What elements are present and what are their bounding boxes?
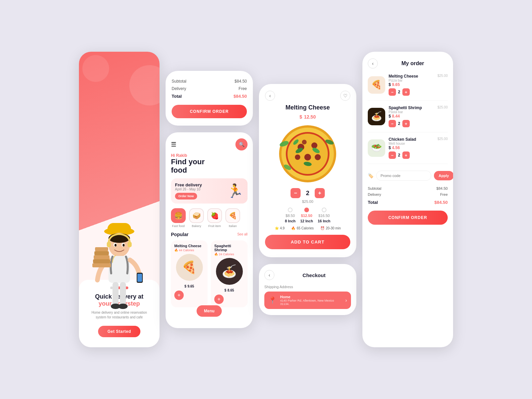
product-header: ‹ ♡ — [265, 91, 350, 101]
order-name-1: Melting Cheese — [389, 74, 434, 79]
cat-fruit-label: Fruit item — [208, 224, 221, 228]
subtotal-row: Subtotal $84.50 — [172, 78, 247, 85]
food-img-1: 🍕 — [176, 254, 203, 281]
product-detail-screen: ‹ ♡ Melting Cheese $ 12.50 — [259, 84, 356, 257]
checkout-screen: ‹ Checkout Shipping Address 📍 Home 4140 … — [259, 264, 356, 315]
decrease-2-button[interactable]: − — [389, 120, 396, 127]
favorite-button[interactable]: ♡ — [340, 91, 350, 101]
deco-circle-2 — [82, 55, 109, 82]
search-button[interactable]: 🔍 — [235, 138, 248, 150]
popular-header: Popular See all — [171, 232, 248, 237]
add-food-2-button[interactable]: + — [214, 295, 224, 304]
cat-italian[interactable]: 🍕 Italian — [225, 208, 240, 228]
checkout-back-button[interactable]: ‹ — [264, 270, 274, 280]
cat-fastfood-label: Fast food — [172, 224, 185, 228]
size-radio-8 — [288, 208, 293, 212]
product-price: $ 12.50 — [265, 113, 350, 120]
food-cards-row: Melting Cheese 🔥 44 Calories 🍕 $ 9.65 + … — [171, 240, 248, 307]
product-title: Melting Cheese — [265, 104, 350, 111]
total-row: Total $84.50 — [172, 92, 247, 100]
quantity-total: $25.00 — [265, 200, 350, 204]
summary-total: Total $84.50 — [368, 199, 448, 206]
order-name-3: Chicken Salad — [389, 137, 434, 142]
promo-icon: 🏷️ — [368, 173, 373, 178]
increase-2-button[interactable]: + — [402, 120, 410, 127]
menu-float-button[interactable]: Menu — [196, 305, 222, 317]
qty-val-2: 2 — [398, 121, 400, 126]
categories-row: 🍔 Fast food 🥪 Bakery 🍓 Fruit item 🍕 Ital… — [171, 208, 248, 228]
map-pin-icon: 📍 — [268, 296, 277, 304]
order-img-2: 🍝 — [368, 108, 385, 125]
popular-label: Popular — [171, 232, 188, 237]
confirm-order-button-main[interactable]: CONFIRM ORDER — [368, 211, 448, 225]
orig-price-3: $25.00 — [437, 137, 448, 141]
quantity-row: − 2 + — [265, 188, 350, 198]
food-price-2: $ 8.65 — [214, 287, 244, 293]
order-qty-control-2: − 2 + — [389, 120, 434, 127]
my-order-screen: ‹ My order 🍕 Melting Cheese Pizza bar $ … — [362, 52, 453, 347]
order-cat-1: Pizza bar — [389, 79, 434, 82]
confirm-order-button-top[interactable]: CONFIRM ORDER — [172, 105, 247, 118]
svg-point-27 — [311, 142, 317, 148]
apply-promo-button[interactable]: Apply — [434, 171, 453, 180]
order-info-2: Spaghetti Shrimp Pasta bar $ 8.44 − 2 + — [389, 105, 434, 127]
increase-1-button[interactable]: + — [402, 88, 410, 96]
promo-code-row: 🏷️ Apply — [368, 171, 448, 181]
deco-circle-1 — [129, 65, 160, 105]
size-12inch[interactable]: $12.50 12 Inch — [300, 208, 313, 223]
svg-rect-12 — [137, 274, 142, 282]
promo-code-input[interactable] — [376, 171, 431, 181]
size-radio-16 — [322, 208, 326, 212]
svg-rect-8 — [107, 242, 111, 247]
greeting: Hi Rakib — [171, 153, 248, 158]
cat-fastfood[interactable]: 🍔 Fast food — [171, 208, 186, 228]
order-back-button[interactable]: ‹ — [368, 58, 378, 69]
add-food-1-button[interactable]: + — [174, 291, 184, 300]
order-price-2: $ 8.44 — [389, 114, 434, 119]
food-name-2: Spaghetti Shrimp — [214, 244, 244, 252]
food-card-spaghetti[interactable]: Spaghetti Shrimp 🔥 24 Calories 🍝 $ 8.65 … — [211, 240, 248, 307]
svg-point-6 — [115, 244, 117, 247]
order-qty-control-3: − 2 + — [389, 151, 434, 159]
back-button[interactable]: ‹ — [265, 91, 275, 101]
decrease-3-button[interactable]: − — [389, 151, 396, 159]
order-item-1: 🍕 Melting Cheese Pizza bar $ 9.65 − 2 + … — [368, 74, 448, 101]
order-name-2: Spaghetti Shrimp — [389, 105, 434, 110]
decrease-1-button[interactable]: − — [389, 88, 396, 96]
size-8inch[interactable]: $8.50 8 Inch — [285, 208, 296, 223]
size-16inch[interactable]: $16.50 16 Inch — [318, 208, 330, 223]
quantity-value: 2 — [306, 190, 309, 197]
promo-text: Free delivery April 26 - May 10 Order No… — [175, 182, 202, 200]
hamburger-icon[interactable]: ☰ — [171, 141, 176, 148]
increase-qty-button[interactable]: + — [315, 188, 325, 198]
svg-rect-19 — [120, 282, 126, 306]
address-card[interactable]: 📍 Home 4140 Parker Rd. Allentown, New Me… — [264, 292, 351, 309]
svg-point-30 — [315, 154, 321, 160]
cat-fruit[interactable]: 🍓 Fruit item — [207, 208, 222, 228]
meta-rating: ⭐ 4.9 — [275, 226, 285, 230]
increase-3-button[interactable]: + — [402, 151, 410, 159]
hero-image — [86, 213, 153, 334]
food-img-2: 🍝 — [216, 258, 243, 285]
food-meta: ⭐ 4.9 🔥 65 Calories ⏰ 20-30 min — [265, 226, 350, 230]
meta-delivery-time: ⏰ 20-30 min — [320, 226, 341, 230]
order-info-3: Chicken Salad Melt house $ 4.56 − 2 + — [389, 137, 434, 159]
order-qty-control-1: − 2 + — [389, 88, 434, 96]
see-all-link[interactable]: See all — [237, 232, 248, 236]
svg-rect-14 — [93, 259, 110, 263]
size-options: $8.50 8 Inch $12.50 12 Inch $16.50 16 In… — [265, 208, 350, 223]
food-card-melting-cheese[interactable]: Melting Cheese 🔥 44 Calories 🍕 $ 9.65 + — [171, 240, 208, 307]
order-now-button[interactable]: Order Now — [175, 193, 197, 200]
headline: Find yourfood — [171, 158, 248, 174]
decrease-qty-button[interactable]: − — [291, 188, 301, 198]
food-browse-screen: ☰ 🔍 Hi Rakib Find yourfood Free delivery… — [166, 132, 253, 328]
order-price-1: $ 9.65 — [389, 82, 434, 87]
food-calories-2: 🔥 24 Calories — [214, 253, 244, 256]
welcome-screen: Quick delivery atyour Doorstep Home deli… — [79, 52, 160, 347]
qty-val-1: 2 — [398, 90, 400, 94]
cat-bakery[interactable]: 🥪 Bakery — [189, 208, 204, 228]
order-title: My order — [378, 60, 448, 66]
screen-2-wrapper: Subtotal $84.50 Delivery Free Total $84.… — [166, 71, 253, 328]
add-to-cart-button[interactable]: ADD TO CART — [265, 235, 350, 249]
svg-rect-16 — [94, 251, 109, 255]
